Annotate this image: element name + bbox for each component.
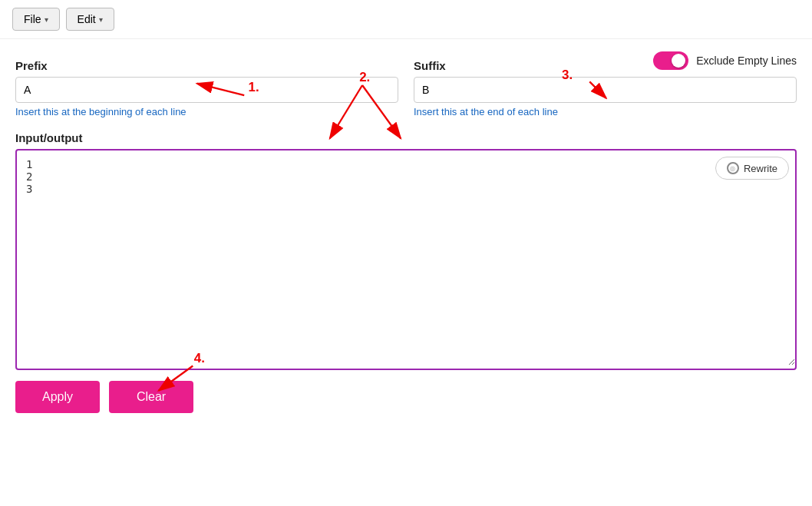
suffix-hint: Insert this at the end of each line: [414, 106, 797, 117]
edit-button[interactable]: Edit ▾: [66, 8, 114, 31]
rewrite-button[interactable]: ◎ Rewrite: [715, 157, 789, 180]
edit-chevron-icon: ▾: [99, 15, 103, 24]
suffix-input[interactable]: [414, 77, 797, 103]
io-wrapper: 1 2 3 ◎ Rewrite: [15, 149, 797, 370]
apply-button[interactable]: Apply: [15, 381, 100, 413]
toolbar: File ▾ Edit ▾: [0, 0, 812, 39]
prefix-label: Prefix: [15, 59, 398, 72]
toggle-thumb: [672, 54, 685, 68]
io-label: Input/output: [15, 131, 797, 144]
bottom-buttons: Apply Clear: [15, 381, 797, 413]
rewrite-label: Rewrite: [744, 163, 777, 174]
io-textarea[interactable]: 1 2 3: [17, 150, 795, 365]
file-chevron-icon: ▾: [45, 15, 48, 24]
prefix-hint: Insert this at the beginning of each lin…: [15, 106, 398, 117]
toggle-row: Exclude Empty Lines: [653, 51, 797, 70]
file-label: File: [24, 13, 41, 25]
file-button[interactable]: File ▾: [12, 8, 60, 31]
main-content: Exclude Empty Lines Prefix Insert this a…: [0, 39, 812, 428]
rewrite-icon: ◎: [727, 162, 739, 174]
toggle-label: Exclude Empty Lines: [696, 55, 797, 67]
clear-button[interactable]: Clear: [109, 381, 193, 413]
toggle-track: [653, 51, 688, 70]
prefix-input[interactable]: [15, 77, 398, 103]
edit-label: Edit: [78, 13, 96, 25]
prefix-group: Prefix Insert this at the beginning of e…: [15, 59, 398, 117]
exclude-empty-lines-toggle[interactable]: [653, 51, 688, 70]
io-section: Input/output 1 2 3 ◎ Rewrite: [15, 131, 797, 370]
